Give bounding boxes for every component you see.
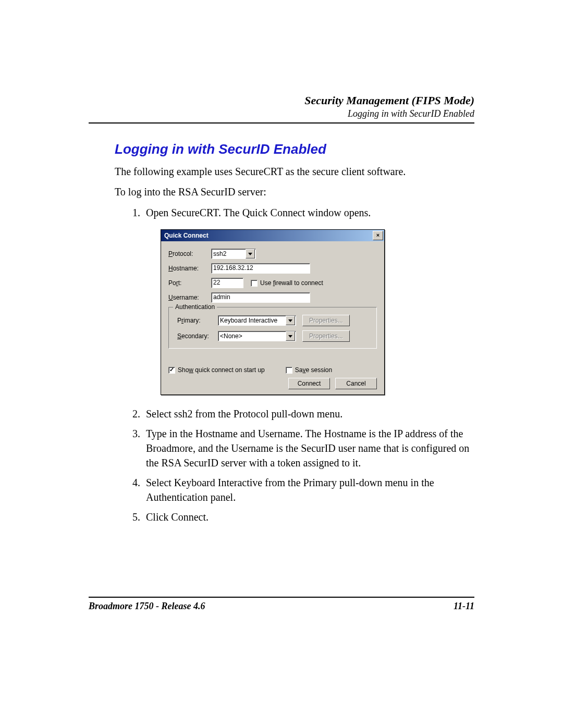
connect-button[interactable]: Connect [288, 378, 330, 389]
username-label: Username: [168, 294, 211, 301]
header-rule [89, 122, 474, 124]
intro-paragraph-1: The following example uses SecureCRT as … [115, 165, 474, 179]
secondary-label: Secondary: [174, 332, 218, 340]
dialog-title: Quick Connect [164, 232, 373, 239]
save-session-checkbox[interactable] [286, 367, 292, 374]
footer-page-number: 11-11 [454, 601, 474, 612]
dialog-titlebar[interactable]: Quick Connect × [161, 230, 384, 241]
authentication-legend: Authentication [173, 303, 217, 311]
port-field[interactable]: 22 [211, 278, 243, 288]
username-field[interactable]: admin [211, 292, 310, 303]
show-quick-connect-label: Show quick connect on start up [178, 366, 265, 374]
chevron-down-icon[interactable] [286, 331, 295, 341]
step-5: Click Connect. [143, 510, 474, 524]
intro-paragraph-2: To log into the RSA SecurID server: [115, 185, 474, 199]
authentication-group: Authentication Primary: Keyboard Interac… [168, 307, 377, 349]
step-2: Select ssh2 from the Protocol pull-down … [143, 406, 474, 421]
protocol-combo[interactable]: ssh2 [211, 249, 256, 259]
chapter-title: Security Management (FIPS Mode) [89, 94, 474, 107]
steps-list-cont: Select ssh2 from the Protocol pull-down … [129, 406, 474, 524]
primary-combo[interactable]: Keyboard Interactive [218, 315, 296, 326]
show-quick-connect-checkbox[interactable] [168, 367, 175, 374]
hostname-label: Hostname: [168, 265, 211, 272]
section-heading: Logging in with SecurID Enabled [115, 141, 474, 157]
hostname-field[interactable]: 192.168.32.12 [211, 263, 310, 274]
quick-connect-dialog: Quick Connect × Protocol: ssh2 Hostname:… [161, 229, 385, 395]
firewall-checkbox[interactable] [251, 280, 258, 287]
footer-left: Broadmore 1750 - Release 4.6 [89, 601, 205, 612]
step-3: Type in the Hostname and Username. The H… [143, 426, 474, 470]
step-4: Select Keyboard Interactive from the Pri… [143, 475, 474, 504]
port-label: Port: [168, 279, 211, 287]
primary-properties-button[interactable]: Properties... [302, 315, 350, 326]
cancel-button[interactable]: Cancel [335, 378, 377, 389]
secondary-properties-button[interactable]: Properties... [302, 330, 350, 342]
chevron-down-icon[interactable] [246, 249, 255, 258]
secondary-combo[interactable]: <None> [218, 331, 296, 341]
protocol-label: Protocol: [168, 250, 211, 257]
firewall-label: Use firewall to connect [260, 279, 323, 287]
section-running-head: Logging in with SecurID Enabled [89, 108, 474, 119]
footer-rule [89, 597, 474, 598]
chevron-down-icon[interactable] [286, 316, 295, 325]
steps-list: Open SecureCRT. The Quick Connect window… [129, 205, 474, 220]
close-icon[interactable]: × [373, 231, 383, 240]
save-session-label: Save session [295, 366, 332, 374]
step-1: Open SecureCRT. The Quick Connect window… [143, 205, 474, 220]
primary-label: Primary: [174, 317, 218, 324]
